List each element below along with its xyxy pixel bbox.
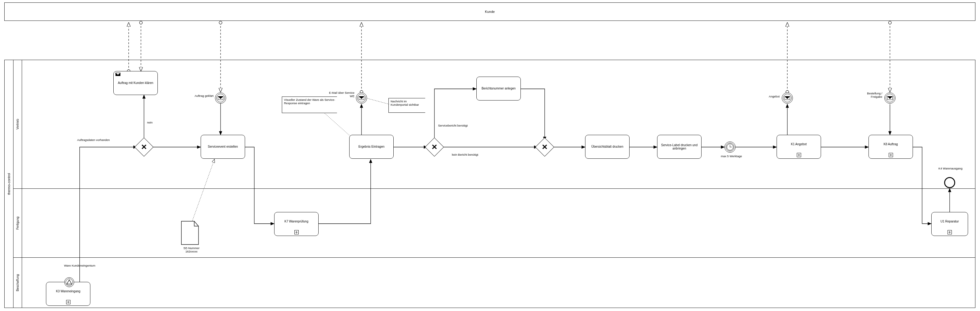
signal-icon <box>67 279 72 284</box>
event-email-we[interactable] <box>356 93 367 104</box>
end-event-k4[interactable] <box>944 177 955 188</box>
task-uebersichtsblatt[interactable]: Übersichtsblatt drucken <box>585 135 630 159</box>
label-nein: nein <box>147 121 153 124</box>
lane-beschaffung-label: Beschaffung <box>16 274 19 291</box>
envelope-icon <box>887 96 893 100</box>
pool-thermo-label: thermo-control <box>5 60 13 308</box>
task-k8-auftrag[interactable]: K8 Auftrag <box>869 135 913 159</box>
mail-icon <box>116 73 120 76</box>
label-angebot: Angebot <box>764 95 780 98</box>
gateway-merge[interactable]: ✕ <box>538 140 551 154</box>
label-bestellung: Bestellung / Freigabe <box>858 92 882 99</box>
annotation-visuell: Visueller Zustand der Ware als Service-R… <box>282 97 337 113</box>
envelope-icon <box>359 96 364 100</box>
task-servicelabel[interactable]: Service-Label drucken und anbringen <box>657 135 702 159</box>
task-berichtsnummer-label: Berichtsnummer anlegen <box>482 87 515 90</box>
boundary-signal-event[interactable] <box>64 277 74 287</box>
task-k7-warenpruefung[interactable]: K7 Warenprüfung <box>274 212 318 236</box>
data-object-se-nummer <box>180 221 200 245</box>
task-berichtsnummer[interactable]: Berichtsnummer anlegen <box>476 77 521 100</box>
label-kein-bericht: kein Bericht benötigt <box>452 153 482 156</box>
label-gateway1: Auftragsdaten vorhanden <box>75 139 112 142</box>
task-klaeren[interactable]: Auftrag mit Kunden klären <box>113 71 158 95</box>
task-u1-reparatur[interactable]: U1 Reparatur <box>931 212 968 236</box>
task-k7-label: K7 Warenprüfung <box>284 220 308 223</box>
pool-kunde: Kunde <box>4 2 975 21</box>
task-u1-label: U1 Reparatur <box>940 220 959 223</box>
label-servicebericht: Servicebericht benötigt <box>438 124 469 128</box>
task-serviceevent-label: Serviceevent erstellen <box>208 145 238 148</box>
clock-icon <box>727 144 733 150</box>
label-se-nummer: SE-Nummer 162xxxxx <box>179 247 204 254</box>
gateway-auftragsdaten[interactable]: ✕ <box>137 140 151 154</box>
subprocess-marker-icon <box>948 230 952 234</box>
task-klaeren-label: Auftrag mit Kunden klären <box>118 81 153 85</box>
task-k8-label: K8 Auftrag <box>883 142 898 146</box>
gateway-bericht[interactable]: ✕ <box>428 140 441 154</box>
lane-fertigung-label: Fertigung <box>16 217 19 230</box>
task-ergebnis[interactable]: Ergebnis Eintragen <box>349 135 394 159</box>
label-timer: max 5 Werktage <box>717 155 746 158</box>
task-servicelabel-label: Service-Label drucken und anbringen <box>659 144 699 150</box>
subprocess-marker-icon <box>797 153 801 157</box>
label-auftrag-geklaert: Auftrag geklärt <box>185 94 213 98</box>
lane-beschaffung: Beschaffung <box>13 258 975 308</box>
bpmn-canvas: Kunde thermo-control Vertrieb Fertigung … <box>0 0 980 311</box>
task-serviceevent[interactable]: Serviceevent erstellen <box>200 135 245 159</box>
subprocess-marker-icon <box>889 153 893 157</box>
task-k1-label: K1 Angebot <box>791 142 807 146</box>
envelope-icon <box>784 96 790 100</box>
event-auftrag-geklaert[interactable] <box>215 93 226 104</box>
label-k4: K4 Warenausgang <box>936 167 965 171</box>
pool-kunde-label: Kunde <box>5 3 975 21</box>
event-bestellung[interactable] <box>885 93 896 104</box>
envelope-icon <box>218 96 223 100</box>
task-k1-angebot[interactable]: K1 Angebot <box>776 135 821 159</box>
lane-vertrieb-label: Vertrieb <box>16 119 19 129</box>
annotation-kundenportal: Nachricht im Kundenportal sichtbar <box>388 98 425 113</box>
task-k3-label: K3 Wareneingang <box>56 290 81 293</box>
event-angebot[interactable] <box>782 93 793 104</box>
subprocess-marker-icon <box>66 300 70 304</box>
label-ware-kunde: Ware Kundeneingentum <box>61 264 98 268</box>
task-uebersichts-label: Übersichtsblatt drucken <box>591 145 624 148</box>
event-timer[interactable] <box>724 142 735 153</box>
task-ergebnis-label: Ergebnis Eintragen <box>358 145 385 148</box>
subprocess-marker-icon <box>294 230 299 234</box>
lane-fertigung: Fertigung <box>13 189 975 258</box>
